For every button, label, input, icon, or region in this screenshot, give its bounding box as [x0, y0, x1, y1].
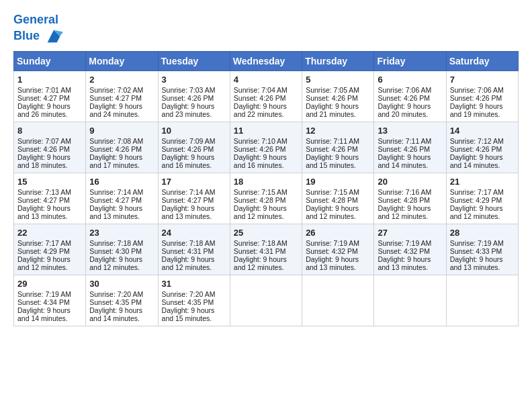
day-number: 3 [162, 75, 226, 85]
day-number: 6 [378, 75, 442, 85]
daylight-text: Daylight: 9 hours and 15 minutes. [306, 153, 359, 169]
sunset-text: Sunset: 4:27 PM [17, 94, 70, 102]
calendar-cell: 25 Sunrise: 7:18 AM Sunset: 4:31 PM Dayl… [230, 224, 302, 275]
sunrise-text: Sunrise: 7:19 AM [306, 239, 359, 247]
calendar-cell: 11 Sunrise: 7:10 AM Sunset: 4:26 PM Dayl… [230, 122, 302, 173]
daylight-text: Daylight: 9 hours and 13 minutes. [89, 204, 142, 220]
daylight-text: Daylight: 9 hours and 12 minutes. [234, 255, 287, 271]
daylight-text: Daylight: 9 hours and 12 minutes. [89, 255, 142, 271]
sunset-text: Sunset: 4:35 PM [89, 298, 142, 306]
calendar-cell: 18 Sunrise: 7:15 AM Sunset: 4:28 PM Dayl… [230, 173, 302, 224]
sunrise-text: Sunrise: 7:03 AM [162, 86, 216, 94]
calendar-cell: 31 Sunrise: 7:20 AM Sunset: 4:35 PM Dayl… [158, 275, 230, 326]
sunset-text: Sunset: 4:33 PM [450, 247, 502, 255]
sunrise-text: Sunrise: 7:18 AM [234, 239, 287, 247]
sunset-text: Sunset: 4:31 PM [234, 247, 286, 255]
calendar-cell: 24 Sunrise: 7:18 AM Sunset: 4:31 PM Dayl… [158, 224, 230, 275]
sunset-text: Sunset: 4:28 PM [378, 196, 430, 204]
calendar-cell: 28 Sunrise: 7:19 AM Sunset: 4:33 PM Dayl… [446, 224, 518, 275]
day-of-week-row: SundayMondayTuesdayWednesdayThursdayFrid… [14, 51, 519, 71]
sunrise-text: Sunrise: 7:11 AM [306, 137, 359, 145]
sunrise-text: Sunrise: 7:20 AM [89, 290, 143, 298]
sunset-text: Sunset: 4:35 PM [162, 298, 214, 306]
sunset-text: Sunset: 4:26 PM [162, 145, 214, 153]
daylight-text: Daylight: 9 hours and 13 minutes. [17, 204, 71, 220]
day-number: 2 [89, 75, 154, 85]
sunrise-text: Sunrise: 7:05 AM [306, 86, 359, 94]
calendar-cell: 1 Sunrise: 7:01 AM Sunset: 4:27 PM Dayli… [14, 71, 86, 122]
logo-icon [44, 27, 63, 46]
calendar-cell: 13 Sunrise: 7:11 AM Sunset: 4:26 PM Dayl… [374, 122, 446, 173]
sunrise-text: Sunrise: 7:20 AM [162, 290, 216, 298]
daylight-text: Daylight: 9 hours and 23 minutes. [162, 102, 215, 118]
day-number: 30 [89, 279, 154, 289]
sunset-text: Sunset: 4:32 PM [306, 247, 358, 255]
daylight-text: Daylight: 9 hours and 24 minutes. [89, 102, 142, 118]
day-number: 22 [17, 228, 82, 238]
calendar-cell: 4 Sunrise: 7:04 AM Sunset: 4:26 PM Dayli… [230, 71, 302, 122]
sunrise-text: Sunrise: 7:06 AM [450, 86, 504, 94]
sunrise-text: Sunrise: 7:06 AM [378, 86, 431, 94]
sunrise-text: Sunrise: 7:19 AM [17, 290, 71, 298]
sunset-text: Sunset: 4:34 PM [17, 298, 70, 306]
dow-header-thursday: Thursday [302, 51, 374, 71]
day-number: 20 [378, 177, 442, 187]
calendar-cell: 21 Sunrise: 7:17 AM Sunset: 4:29 PM Dayl… [446, 173, 518, 224]
sunset-text: Sunset: 4:27 PM [89, 94, 142, 102]
sunrise-text: Sunrise: 7:08 AM [89, 137, 143, 145]
day-number: 28 [450, 228, 515, 238]
calendar-body: 1 Sunrise: 7:01 AM Sunset: 4:27 PM Dayli… [14, 71, 519, 326]
daylight-text: Daylight: 9 hours and 26 minutes. [17, 102, 71, 118]
sunset-text: Sunset: 4:26 PM [306, 145, 358, 153]
day-number: 31 [162, 279, 226, 289]
sunset-text: Sunset: 4:26 PM [450, 94, 502, 102]
daylight-text: Daylight: 9 hours and 18 minutes. [17, 153, 71, 169]
daylight-text: Daylight: 9 hours and 13 minutes. [306, 255, 359, 271]
week-row-2: 8 Sunrise: 7:07 AM Sunset: 4:26 PM Dayli… [14, 122, 519, 173]
daylight-text: Daylight: 9 hours and 22 minutes. [234, 102, 287, 118]
day-number: 21 [450, 177, 515, 187]
daylight-text: Daylight: 9 hours and 16 minutes. [162, 153, 215, 169]
sunrise-text: Sunrise: 7:14 AM [89, 188, 143, 196]
sunrise-text: Sunrise: 7:07 AM [17, 137, 71, 145]
day-number: 12 [306, 126, 370, 136]
daylight-text: Daylight: 9 hours and 12 minutes. [17, 255, 71, 271]
sunrise-text: Sunrise: 7:14 AM [162, 188, 216, 196]
sunset-text: Sunset: 4:26 PM [17, 145, 70, 153]
dow-header-friday: Friday [374, 51, 446, 71]
day-number: 24 [162, 228, 226, 238]
dow-header-tuesday: Tuesday [158, 51, 230, 71]
day-number: 23 [89, 228, 154, 238]
header: General Blue [13, 13, 519, 46]
calendar-cell: 2 Sunrise: 7:02 AM Sunset: 4:27 PM Dayli… [86, 71, 158, 122]
day-number: 8 [17, 126, 82, 136]
calendar-cell: 20 Sunrise: 7:16 AM Sunset: 4:28 PM Dayl… [374, 173, 446, 224]
sunset-text: Sunset: 4:30 PM [89, 247, 142, 255]
sunrise-text: Sunrise: 7:09 AM [162, 137, 216, 145]
calendar-cell: 30 Sunrise: 7:20 AM Sunset: 4:35 PM Dayl… [86, 275, 158, 326]
daylight-text: Daylight: 9 hours and 12 minutes. [306, 204, 359, 220]
daylight-text: Daylight: 9 hours and 12 minutes. [378, 204, 431, 220]
calendar-cell: 16 Sunrise: 7:14 AM Sunset: 4:27 PM Dayl… [86, 173, 158, 224]
sunrise-text: Sunrise: 7:11 AM [378, 137, 431, 145]
sunset-text: Sunset: 4:26 PM [378, 94, 430, 102]
day-number: 13 [378, 126, 442, 136]
day-number: 11 [234, 126, 298, 136]
calendar-cell: 14 Sunrise: 7:12 AM Sunset: 4:26 PM Dayl… [446, 122, 518, 173]
calendar-cell [230, 275, 302, 326]
sunset-text: Sunset: 4:28 PM [234, 196, 286, 204]
sunrise-text: Sunrise: 7:19 AM [378, 239, 431, 247]
sunset-text: Sunset: 4:26 PM [234, 94, 286, 102]
day-number: 18 [234, 177, 298, 187]
dow-header-sunday: Sunday [14, 51, 86, 71]
sunset-text: Sunset: 4:26 PM [378, 145, 430, 153]
sunset-text: Sunset: 4:26 PM [162, 94, 214, 102]
sunrise-text: Sunrise: 7:18 AM [162, 239, 216, 247]
calendar-cell: 26 Sunrise: 7:19 AM Sunset: 4:32 PM Dayl… [302, 224, 374, 275]
sunset-text: Sunset: 4:26 PM [234, 145, 286, 153]
daylight-text: Daylight: 9 hours and 21 minutes. [306, 102, 359, 118]
daylight-text: Daylight: 9 hours and 14 minutes. [378, 153, 431, 169]
calendar-cell: 15 Sunrise: 7:13 AM Sunset: 4:27 PM Dayl… [14, 173, 86, 224]
calendar-cell: 10 Sunrise: 7:09 AM Sunset: 4:26 PM Dayl… [158, 122, 230, 173]
calendar-cell: 27 Sunrise: 7:19 AM Sunset: 4:32 PM Dayl… [374, 224, 446, 275]
